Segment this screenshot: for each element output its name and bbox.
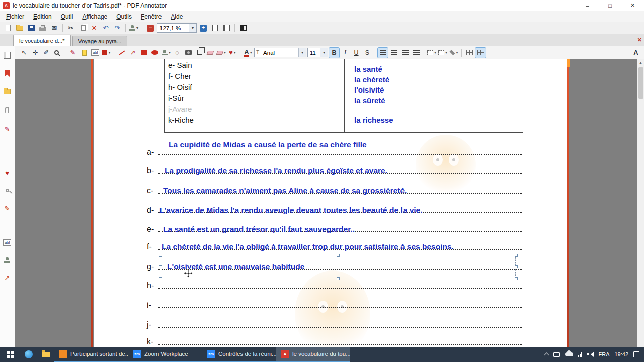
italic-button[interactable]: I xyxy=(340,48,350,58)
scroll-up-icon[interactable]: ▲ xyxy=(637,59,644,66)
align-justify-button[interactable] xyxy=(411,48,421,58)
cutter-tool[interactable] xyxy=(205,48,215,58)
pencil-shortcut-button[interactable]: ✎ xyxy=(0,203,14,213)
align-left-button[interactable] xyxy=(378,48,388,58)
zoom-combo[interactable]: ▾ xyxy=(157,23,197,33)
stamp-tool[interactable]: ▾ xyxy=(161,48,171,58)
page-thumbnails-button[interactable] xyxy=(0,50,14,60)
save-button[interactable] xyxy=(26,23,36,33)
annotation-selection-box[interactable] xyxy=(160,255,516,278)
answer-annotation[interactable]: La santé est un grand trésor qu'il faut … xyxy=(163,225,355,234)
font-family-dropdown[interactable]: ▾ xyxy=(298,48,306,57)
zoom-in-button[interactable]: + xyxy=(198,23,208,33)
notification-center-icon[interactable] xyxy=(633,351,639,357)
font-size-dropdown[interactable]: ▾ xyxy=(320,48,328,57)
text-cursor-tool[interactable]: A xyxy=(631,48,641,58)
taskbar-item-participant[interactable]: Participant sortant de... xyxy=(54,347,128,362)
menu-affichage[interactable]: Affichage xyxy=(77,12,112,22)
bookmarks-button[interactable] xyxy=(0,68,14,78)
underline-button[interactable]: U xyxy=(351,48,361,58)
open-button[interactable] xyxy=(15,23,25,33)
zoom-out-button[interactable]: − xyxy=(145,23,155,33)
menu-edition[interactable]: Edition xyxy=(29,12,56,22)
favorites-shortcut-button[interactable]: ♥ xyxy=(0,168,14,178)
answer-annotation[interactable]: La cupidité de Midas a causé la perte de… xyxy=(169,140,367,149)
selection-handle[interactable] xyxy=(515,265,518,268)
lasso-tool[interactable]: ◌ xyxy=(172,48,182,58)
answer-annotation[interactable]: La prodigalité de sa richesse l'a rendu … xyxy=(165,166,387,175)
onedrive-cloud-icon[interactable] xyxy=(565,352,573,356)
fit-width-button[interactable] xyxy=(221,23,231,33)
fit-page-button[interactable] xyxy=(210,23,220,33)
volume-icon[interactable] xyxy=(587,351,593,357)
style-menu-button[interactable]: ▾ xyxy=(101,48,111,58)
select-tool[interactable]: ↖ xyxy=(19,48,29,58)
snapshot-tool[interactable] xyxy=(183,48,193,58)
border-style-button-2[interactable]: ▾ xyxy=(438,48,448,58)
redo-button[interactable]: ↷ xyxy=(112,23,122,33)
favorites-tool[interactable]: ♥▾ xyxy=(227,48,237,58)
tray-expand-icon[interactable] xyxy=(544,353,549,358)
stamp-shortcut-button[interactable] xyxy=(0,255,14,265)
pen-shortcut-button[interactable]: ✎ xyxy=(0,124,14,134)
highlighter-tool[interactable] xyxy=(79,48,89,58)
file-explorer-button[interactable] xyxy=(37,347,54,362)
browser-taskbar-icon[interactable] xyxy=(20,347,37,362)
arrow-tool[interactable]: ↗ xyxy=(128,48,138,58)
answer-annotation[interactable]: La chèreté de la vie l'a obligé à travai… xyxy=(162,242,454,251)
text-shortcut-button[interactable]: abl xyxy=(0,237,14,247)
taskbar-item-zoom-workplace[interactable]: zm Zoom Workplace xyxy=(128,347,202,362)
border-style-button[interactable]: ▾ xyxy=(427,48,437,58)
new-document-button[interactable] xyxy=(3,23,13,33)
selection-handle[interactable] xyxy=(337,277,340,280)
menu-outils[interactable]: Outils xyxy=(112,12,136,22)
selection-handle[interactable] xyxy=(515,254,518,257)
tab-vocabulaire[interactable]: le vocabulaire d...* xyxy=(13,35,71,46)
email-button[interactable]: ✉ xyxy=(49,23,59,33)
selection-handle[interactable] xyxy=(337,254,340,257)
answer-annotation[interactable]: L'avarice de Midas l'a rendu aveugle dev… xyxy=(159,206,423,215)
menu-fichier[interactable]: Fichier xyxy=(2,12,29,22)
eraser-tool[interactable]: ▾ xyxy=(216,48,226,58)
fill-color-button[interactable]: ▾ xyxy=(449,48,459,58)
menu-outil[interactable]: Outil xyxy=(56,12,78,22)
taskbar-item-meeting-controls[interactable]: zm Contrôles de la réuni... xyxy=(202,347,276,362)
zoom-input[interactable] xyxy=(157,25,189,31)
network-icon[interactable] xyxy=(578,352,582,357)
clock[interactable]: 19:42 xyxy=(614,351,628,358)
close-button[interactable]: ✕ xyxy=(621,0,644,11)
scrollbar-thumb[interactable] xyxy=(638,67,643,99)
font-size-combo[interactable]: 11 ▾ xyxy=(307,48,328,57)
line-tool[interactable] xyxy=(117,48,127,58)
move-tool[interactable]: ✛ xyxy=(30,48,40,58)
undo-button[interactable]: ↶ xyxy=(101,23,111,33)
taskbar-item-pdf-annotator[interactable]: A le vocabulaire du tou... xyxy=(276,347,350,362)
answer-annotation[interactable]: Tous les camarades n'aiment pas Aline à … xyxy=(163,186,407,195)
tab-voyage[interactable]: Voyage au pyra... xyxy=(72,36,128,46)
maximize-button[interactable]: □ xyxy=(599,0,621,11)
bold-button[interactable]: B xyxy=(329,48,339,58)
attachments-button[interactable] xyxy=(0,105,14,115)
document-page[interactable]: e- Sain f- Cher h- Oisif i-Sûr j-Avare k… xyxy=(94,59,567,347)
language-indicator[interactable]: FRA xyxy=(598,351,609,357)
font-family-combo[interactable]: T Arial ▾ xyxy=(254,48,306,57)
ellipse-tool[interactable] xyxy=(150,48,160,58)
annotations-folder-button[interactable] xyxy=(0,86,14,97)
print-button[interactable] xyxy=(38,23,48,33)
pen-tool[interactable]: ✎ xyxy=(68,48,78,58)
panel-toggle-button[interactable] xyxy=(238,23,248,33)
font-color-button[interactable]: A▾ xyxy=(243,48,253,58)
start-button[interactable] xyxy=(0,347,20,362)
menu-aide[interactable]: Aide xyxy=(166,12,187,22)
copy-button[interactable] xyxy=(77,23,88,33)
delete-button[interactable]: ✕ xyxy=(89,23,99,33)
zoom-dropdown-button[interactable]: ▾ xyxy=(189,24,196,32)
vertical-scrollbar[interactable]: ▲ xyxy=(637,59,644,347)
zoom-tool[interactable] xyxy=(52,48,62,58)
minimize-button[interactable]: – xyxy=(576,0,599,11)
strikethrough-button[interactable]: S xyxy=(362,48,372,58)
selection-handle[interactable] xyxy=(515,277,518,280)
menu-fenetre[interactable]: Fenêtre xyxy=(136,12,166,22)
text-tool[interactable]: abl xyxy=(90,48,100,58)
tools-shortcut-button[interactable] xyxy=(0,185,14,195)
